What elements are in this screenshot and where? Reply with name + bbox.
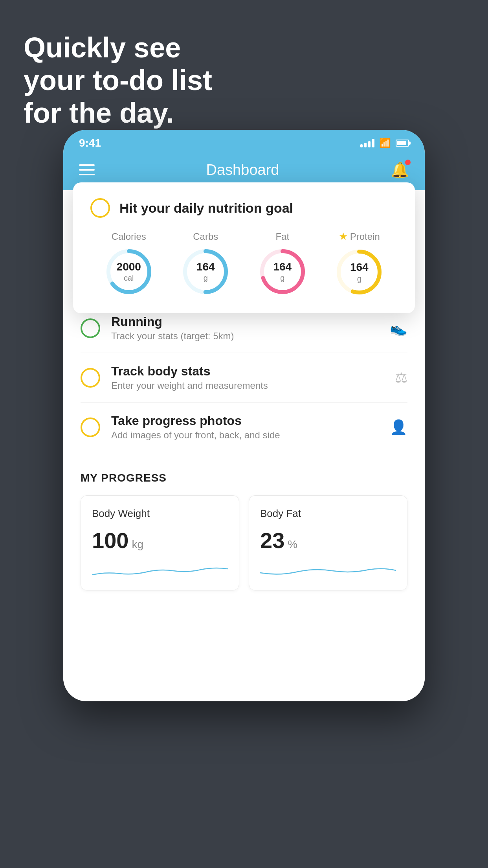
protein-ring: 164 g <box>334 246 385 298</box>
body-fat-unit: % <box>288 538 297 551</box>
card-title-row: Hit your daily nutrition goal <box>90 198 398 218</box>
todo-photos-desc: Add images of your front, back, and side <box>111 430 379 441</box>
carbs-unit: g <box>196 273 215 283</box>
todo-running-name: Running <box>111 314 379 329</box>
todo-progress-photos[interactable]: Take progress photos Add images of your … <box>81 403 407 452</box>
headline: Quickly see your to-do list for the day. <box>24 31 212 129</box>
todo-body-stats-circle <box>81 368 100 388</box>
protein-label-row: ★ Protein <box>339 230 380 243</box>
todo-photos-name: Take progress photos <box>111 414 379 428</box>
todo-list: Running Track your stats (target: 5km) 👟… <box>63 303 425 452</box>
calories-value: 2000 <box>117 260 141 274</box>
headline-line3: for the day. <box>24 97 212 129</box>
nutrition-fat: Fat 164 g <box>257 231 308 297</box>
wifi-icon: 📶 <box>379 138 391 149</box>
fat-ring: 164 g <box>257 246 308 297</box>
signal-icon <box>360 139 374 147</box>
todo-body-stats-name: Track body stats <box>111 364 384 379</box>
todo-photos-text: Take progress photos Add images of your … <box>111 414 379 441</box>
nutrition-protein: ★ Protein 164 g <box>334 230 385 298</box>
calories-unit: cal <box>117 273 141 283</box>
body-weight-title: Body Weight <box>92 508 228 520</box>
headline-line2: your to-do list <box>24 64 212 97</box>
nutrition-carbs: Carbs 164 g <box>180 231 231 297</box>
body-fat-card[interactable]: Body Fat 23 % <box>249 495 407 590</box>
fat-label: Fat <box>275 231 289 242</box>
progress-header: MY PROGRESS <box>81 472 407 484</box>
carbs-label: Carbs <box>193 231 218 242</box>
status-icons: 📶 <box>360 138 409 149</box>
status-time: 9:41 <box>79 137 101 149</box>
carbs-value: 164 <box>196 260 215 274</box>
hamburger-menu[interactable] <box>79 164 95 175</box>
todo-running-circle <box>81 318 100 338</box>
todo-body-stats-desc: Enter your weight and measurements <box>111 380 384 391</box>
notification-dot <box>405 160 411 165</box>
todo-photos-circle <box>81 417 100 437</box>
body-weight-value-row: 100 kg <box>92 528 228 553</box>
body-weight-value: 100 <box>92 528 128 553</box>
status-bar: 9:41 📶 <box>63 130 425 153</box>
todo-running-text: Running Track your stats (target: 5km) <box>111 314 379 342</box>
nutrition-circle-check[interactable] <box>90 198 110 218</box>
protein-value: 164 <box>350 261 369 274</box>
nutrition-card: Hit your daily nutrition goal Calories 2… <box>73 182 415 313</box>
scale-icon: ⚖ <box>395 370 407 386</box>
notification-bell[interactable]: 🔔 <box>391 161 409 178</box>
body-weight-card[interactable]: Body Weight 100 kg <box>81 495 239 590</box>
todo-running-desc: Track your stats (target: 5km) <box>111 331 379 342</box>
calories-ring: 2000 cal <box>103 246 154 297</box>
protein-star-icon: ★ <box>339 230 348 243</box>
body-fat-title: Body Fat <box>260 508 396 520</box>
nutrition-card-title: Hit your daily nutrition goal <box>119 200 293 216</box>
body-weight-unit: kg <box>132 538 143 551</box>
fat-value: 164 <box>273 260 292 274</box>
body-fat-value: 23 <box>260 528 284 553</box>
running-shoe-icon: 👟 <box>390 320 407 337</box>
nav-title: Dashboard <box>206 162 279 178</box>
phone-frame: 9:41 📶 Dashboard 🔔 THINGS TO DO TODAY <box>63 130 425 701</box>
calories-label: Calories <box>112 231 146 242</box>
fat-unit: g <box>273 273 292 283</box>
progress-cards: Body Weight 100 kg Body Fat 23 % <box>81 495 407 590</box>
person-icon: 👤 <box>390 419 407 436</box>
battery-icon <box>396 140 409 147</box>
todo-body-stats-text: Track body stats Enter your weight and m… <box>111 364 384 391</box>
protein-unit: g <box>350 274 369 283</box>
todo-body-stats[interactable]: Track body stats Enter your weight and m… <box>81 353 407 403</box>
nutrition-row: Calories 2000 cal Carbs <box>90 230 398 298</box>
carbs-ring: 164 g <box>180 246 231 297</box>
protein-label: Protein <box>350 231 380 242</box>
app-content: THINGS TO DO TODAY Hit your daily nutrit… <box>63 190 425 701</box>
progress-section: MY PROGRESS Body Weight 100 kg Body Fat <box>63 452 425 606</box>
body-fat-value-row: 23 % <box>260 528 396 553</box>
body-fat-chart <box>260 561 396 581</box>
nutrition-calories: Calories 2000 cal <box>103 231 154 297</box>
body-weight-chart <box>92 561 228 581</box>
headline-line1: Quickly see <box>24 31 212 64</box>
